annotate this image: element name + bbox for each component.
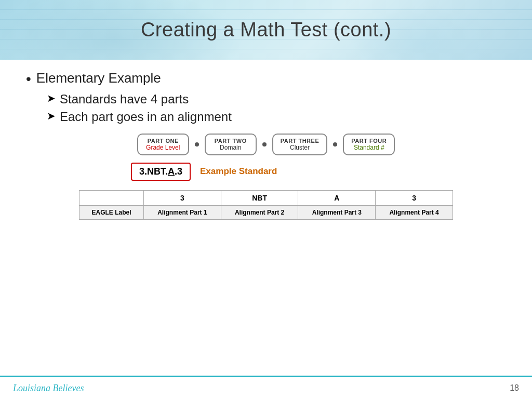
table-header-row: 3 NBT A 3	[79, 190, 453, 205]
sub-text-1: Standards have 4 parts	[60, 92, 189, 107]
header-cell-3: A	[298, 190, 376, 205]
eagle-label-cell: EAGLE Label	[79, 205, 144, 219]
part-four-value: Standard #	[351, 144, 387, 151]
connector-1	[189, 142, 205, 147]
alignment-part-3: Alignment Part 3	[298, 205, 376, 219]
connector-2	[257, 142, 272, 147]
sub-item-2: ➤ Each part goes in an alignment	[47, 110, 506, 124]
connector-3	[327, 142, 343, 147]
alignment-part-1: Alignment Part 1	[144, 205, 221, 219]
standard-text: 3.NBT.A.3	[139, 166, 182, 177]
alignment-part-4: Alignment Part 4	[376, 205, 453, 219]
part-one-value: Grade Level	[145, 144, 181, 151]
part-four-label: PART FOUR	[351, 138, 387, 144]
alignment-part-2: Alignment Part 2	[221, 205, 298, 219]
part-three-box: PART THREE Cluster	[272, 134, 327, 155]
header-cell-0	[79, 190, 144, 205]
sub-items: ➤ Standards have 4 parts ➤ Each part goe…	[47, 92, 506, 124]
footer-page-number: 18	[510, 383, 519, 393]
slide-footer: Louisiana Believes 18	[0, 376, 532, 399]
table-label-row: EAGLE Label Alignment Part 1 Alignment P…	[79, 205, 453, 219]
part-one-label: PART ONE	[145, 138, 181, 144]
example-label: Example Standard	[200, 166, 277, 177]
sub-text-2: Each part goes in an alignment	[60, 110, 232, 124]
parts-row: PART ONE Grade Level PART TWO Domain PAR…	[89, 134, 443, 155]
standard-box: 3.NBT.A.3	[131, 163, 191, 181]
header-cell-4: 3	[376, 190, 453, 205]
part-one-box: PART ONE Grade Level	[137, 134, 189, 155]
arrow-icon-1: ➤	[47, 92, 56, 104]
bullet-elementary: • Elementary Example	[26, 70, 506, 88]
header-cell-2: NBT	[221, 190, 298, 205]
part-four-box: PART FOUR Standard #	[343, 134, 395, 155]
footer-logo: Louisiana Believes	[13, 383, 84, 394]
bullet-text: Elementary Example	[36, 70, 161, 86]
arrow-icon-2: ➤	[47, 110, 56, 122]
slide-header: Creating a Math Test (cont.)	[0, 0, 532, 60]
example-row: 3.NBT.A.3 Example Standard	[131, 163, 443, 181]
alignment-table: 3 NBT A 3 EAGLE Label Alignment Part 1 A…	[79, 190, 453, 220]
table: 3 NBT A 3 EAGLE Label Alignment Part 1 A…	[79, 190, 453, 220]
parts-diagram: PART ONE Grade Level PART TWO Domain PAR…	[89, 134, 443, 181]
bullet-dot: •	[26, 70, 31, 88]
sub-item-1: ➤ Standards have 4 parts	[47, 92, 506, 107]
part-two-box: PART TWO Domain	[205, 134, 257, 155]
part-two-value: Domain	[213, 144, 248, 151]
header-cell-1: 3	[144, 190, 221, 205]
slide-content: • Elementary Example ➤ Standards have 4 …	[0, 60, 532, 225]
part-two-label: PART TWO	[213, 138, 248, 144]
part-three-value: Cluster	[281, 144, 319, 151]
part-three-label: PART THREE	[281, 138, 319, 144]
slide-title: Creating a Math Test (cont.)	[141, 19, 391, 41]
